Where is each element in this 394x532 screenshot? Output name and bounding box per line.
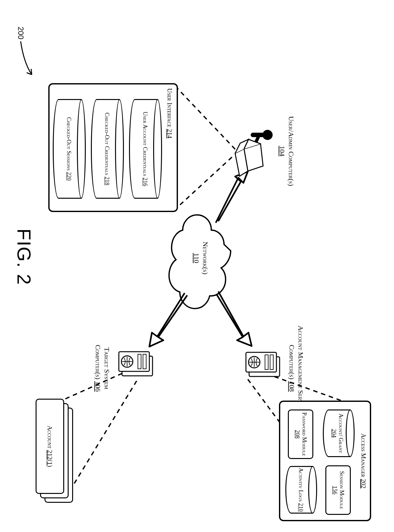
user-laptop-icon: [235, 130, 273, 176]
figure-caption: FIG. 2: [13, 229, 35, 285]
figure-ref-arrow: [21, 41, 32, 75]
user-interface-title: User Interface 214: [166, 88, 173, 209]
password-module-label: Password Module: [301, 412, 308, 456]
activity-logs-text: Activity Logs 210: [297, 466, 304, 514]
co-creds-label: Checked-Out Credentials: [104, 112, 110, 175]
target-ref: 106: [94, 381, 102, 392]
callout-user-2: [177, 157, 232, 208]
bolt-to-user: [216, 171, 248, 222]
user-creds-ref: 216: [142, 177, 148, 186]
account-grant-cyl: Account/ Grant 204: [323, 409, 355, 457]
password-module-box: Password Module 208: [288, 409, 313, 459]
access-manager-title-text: Access Manager: [360, 433, 367, 477]
access-manager-title-ref: 202: [360, 479, 367, 489]
figure-ref: 200: [16, 23, 25, 43]
network-label: Network(s) 110: [192, 234, 210, 282]
bolt-to-target: [149, 294, 187, 347]
bolt-to-ams: [217, 292, 252, 346]
account-grant-text: Account/ Grant 204: [330, 409, 344, 457]
session-module-label: Session Module: [339, 471, 345, 509]
network-text: Network(s): [201, 242, 209, 274]
account-card-label: Account: [47, 426, 54, 449]
access-manager-panel: Access Manager 202 Account/ Grant 204 Se…: [279, 401, 371, 521]
activity-logs-cyl: Activity Logs 210: [285, 466, 317, 514]
user-creds-label: User Account Credentials: [142, 112, 148, 176]
user-creds-cyl: User Account Credentials 216: [129, 99, 162, 199]
callout-user: [177, 88, 235, 149]
target-label: Target System Computer(s) 106: [94, 330, 111, 406]
activity-logs-ref: 210: [298, 503, 304, 512]
activity-logs-label: Activity Logs: [298, 468, 304, 502]
user-interface-title-text: User Interface: [166, 88, 173, 127]
co-sess-ref: 220: [66, 172, 72, 181]
account-grant-ref: 204: [331, 429, 337, 438]
user-admin-ref: 104: [279, 146, 287, 156]
user-admin-text: User/Admin Computer(s): [287, 116, 295, 186]
user-interface-panel: User Interface 214 User Account Credenti…: [48, 83, 178, 212]
co-sess-cyl: Checked-Out Sessions 220: [53, 99, 86, 199]
co-sess-label: Checked-Out Sessions: [66, 117, 72, 170]
server-icon-ams: [246, 352, 280, 376]
account-card-ref: 212(1): [47, 450, 54, 467]
account-card-front: Account 212(1): [36, 399, 64, 494]
network-ref: 110: [193, 253, 201, 263]
password-module-ref: 208: [294, 430, 301, 439]
server-icon-target: [119, 352, 153, 376]
user-interface-title-ref: 214: [166, 129, 173, 138]
co-creds-cyl: Checked-Out Credentials 218: [91, 99, 124, 199]
access-manager-title: Access Manager 202: [359, 402, 367, 520]
session-module-ref: 156: [332, 486, 338, 495]
co-creds-ref: 218: [104, 177, 110, 185]
session-module-box: Session Module 156: [325, 465, 351, 515]
ams-ref: 108: [288, 381, 296, 392]
user-admin-label: User/Admin Computer(s) 104: [278, 113, 296, 189]
account-grant-label: Account/ Grant: [338, 414, 344, 453]
ams-text: Account Management Service Computer(s): [288, 326, 305, 411]
